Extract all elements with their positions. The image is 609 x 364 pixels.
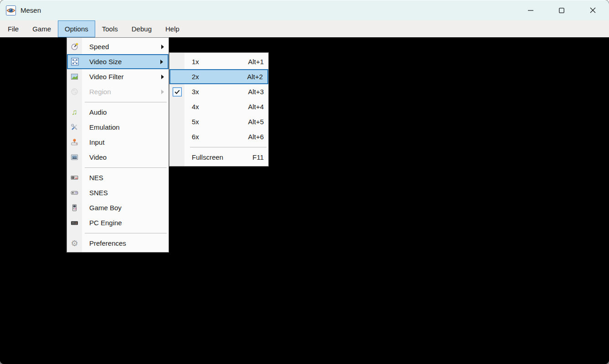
video-size-submenu: 1x Alt+1 2x Alt+2 3x Alt+3 4x Alt+4 5x: [169, 52, 269, 167]
nes-icon: [67, 174, 82, 182]
video-filter-icon: [67, 73, 82, 81]
menu-item-label: Video Size: [89, 58, 122, 66]
submenu-item-6x[interactable]: 6x Alt+6: [169, 129, 268, 144]
audio-icon: ♫: [67, 108, 82, 116]
menubar-label: Debug: [132, 25, 152, 33]
menu-item-snes[interactable]: SNES: [67, 185, 169, 200]
menu-item-audio[interactable]: ♫ Audio: [67, 105, 169, 120]
window-controls: [515, 0, 608, 20]
maximize-icon: [559, 8, 564, 13]
submenu-arrow-icon: [161, 90, 164, 94]
menu-item-emulation[interactable]: Emulation: [67, 120, 169, 135]
minimize-icon: [528, 10, 533, 11]
menu-item-label: Preferences: [89, 239, 126, 247]
menu-separator: [67, 230, 169, 236]
menu-item-game-boy[interactable]: Game Boy: [67, 200, 169, 215]
submenu-item-4x[interactable]: 4x Alt+4: [169, 99, 268, 114]
menubar-item-game[interactable]: Game: [26, 20, 58, 37]
window-title: Mesen: [20, 6, 41, 14]
menubar-item-tools[interactable]: Tools: [95, 20, 125, 37]
video-icon: [67, 153, 82, 161]
submenu-item-label: Fullscreen: [192, 153, 223, 161]
preferences-gear-icon: ⚙: [67, 239, 82, 248]
menubar-label: Game: [32, 25, 51, 33]
menu-item-video-size[interactable]: Video Size: [67, 54, 169, 69]
menu-item-label: NES: [89, 174, 103, 182]
menu-item-label: Input: [89, 138, 104, 146]
menu-item-input[interactable]: Input: [67, 135, 169, 150]
menu-item-label: Emulation: [89, 123, 120, 131]
menubar-label: Options: [65, 25, 88, 33]
input-icon: [67, 138, 82, 146]
menu-item-label: Game Boy: [89, 204, 122, 212]
menu-item-video-filter[interactable]: Video Filter: [67, 69, 169, 84]
minimize-button[interactable]: [515, 0, 546, 20]
submenu-item-label: 3x: [192, 88, 199, 96]
submenu-item-label: 2x: [192, 73, 199, 81]
submenu-item-3x[interactable]: 3x Alt+3: [169, 84, 268, 99]
maximize-button[interactable]: [546, 0, 577, 20]
menu-item-label: SNES: [89, 189, 108, 197]
menu-separator: [67, 165, 169, 170]
menu-separator: [67, 99, 169, 105]
close-icon: [590, 7, 596, 13]
mesen-app-icon: [6, 5, 16, 15]
submenu-item-label: 4x: [192, 103, 199, 111]
pcengine-icon: [67, 219, 82, 227]
menu-item-pc-engine[interactable]: PC Engine: [67, 215, 169, 230]
submenu-item-2x[interactable]: 2x Alt+2: [169, 69, 268, 84]
shortcut-label: Alt+3: [248, 88, 264, 96]
menubar-label: Help: [165, 25, 179, 33]
submenu-item-label: 1x: [192, 58, 199, 66]
submenu-item-1x[interactable]: 1x Alt+1: [169, 54, 268, 69]
menu-item-nes[interactable]: NES: [67, 170, 169, 185]
submenu-item-label: 6x: [192, 133, 199, 141]
shortcut-label: Alt+2: [247, 73, 263, 81]
menu-item-label: Video: [89, 153, 107, 161]
menu-item-preferences[interactable]: ⚙ Preferences: [67, 236, 169, 251]
submenu-item-fullscreen[interactable]: Fullscreen F11: [169, 150, 268, 165]
close-button[interactable]: [577, 0, 608, 20]
shortcut-label: Alt+1: [248, 58, 264, 66]
gameboy-icon: [67, 204, 82, 212]
menubar-label: Tools: [102, 25, 118, 33]
snes-icon: [67, 189, 82, 197]
menubar-item-options[interactable]: Options: [58, 20, 95, 37]
options-menu: Speed Video Size: [67, 37, 169, 253]
menu-item-label: Video Filter: [89, 73, 124, 81]
menubar-item-help[interactable]: Help: [159, 20, 186, 37]
submenu-arrow-icon: [160, 60, 163, 64]
menubar-item-file[interactable]: File: [1, 20, 26, 37]
menu-item-label: PC Engine: [89, 219, 122, 227]
menubar: File Game Options Tools Debug Help: [0, 20, 609, 37]
shortcut-label: Alt+5: [248, 118, 264, 126]
submenu-item-label: 5x: [192, 118, 199, 126]
shortcut-label: F11: [252, 153, 264, 161]
titlebar[interactable]: Mesen: [0, 0, 609, 20]
menu-item-region: Region: [67, 84, 169, 99]
menu-item-label: Audio: [89, 108, 107, 116]
menubar-label: File: [8, 25, 19, 33]
menu-item-label: Region: [89, 88, 111, 96]
shortcut-label: Alt+6: [248, 133, 264, 141]
menu-item-speed[interactable]: Speed: [67, 39, 169, 54]
menubar-item-debug[interactable]: Debug: [125, 20, 159, 37]
emulation-icon: [67, 123, 82, 131]
menu-item-label: Speed: [89, 43, 109, 51]
submenu-arrow-icon: [161, 45, 164, 49]
mesen-window: Mesen File Game Options: [0, 0, 609, 364]
shortcut-label: Alt+4: [248, 103, 264, 111]
video-size-icon: [68, 58, 82, 66]
submenu-arrow-icon: [161, 75, 164, 79]
region-icon: [67, 88, 82, 96]
menu-item-video[interactable]: Video: [67, 150, 169, 165]
submenu-item-5x[interactable]: 5x Alt+5: [169, 114, 268, 129]
speed-icon: [67, 43, 82, 51]
checked-checkbox-icon: [173, 87, 182, 96]
